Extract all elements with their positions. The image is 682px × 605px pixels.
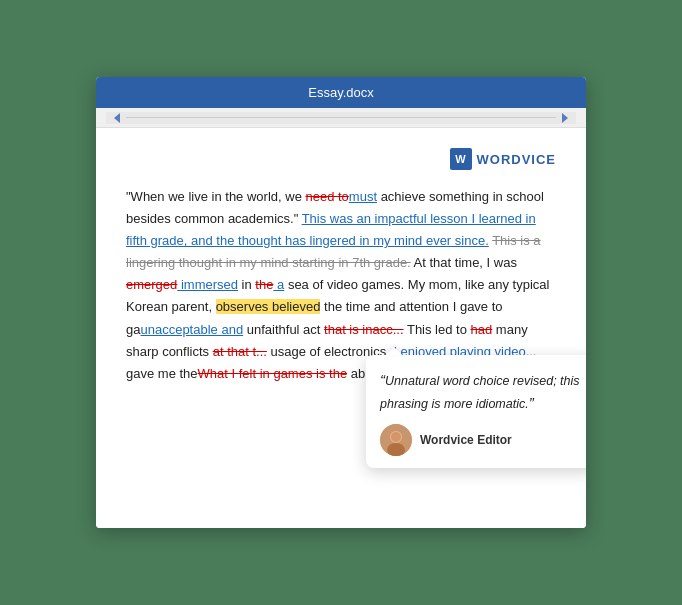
- document-window: Essay.docx W WORDVICE "When we live in t…: [96, 77, 586, 528]
- essay-in: in: [238, 277, 255, 292]
- essay-this-led: This led to: [404, 322, 471, 337]
- strikethrough-at-that: at that t...: [213, 344, 267, 359]
- ruler-left-arrow: [114, 113, 120, 123]
- tooltip-arrow: [386, 347, 402, 355]
- editor-name: Wordvice Editor: [420, 433, 512, 447]
- underline-unacceptable[interactable]: unacceptable and: [140, 322, 243, 337]
- essay-unfaithful: unfaithful act: [243, 322, 324, 337]
- tooltip-box: Unnatural word choice revised; this phra…: [366, 355, 586, 468]
- ruler-inner: [106, 112, 576, 124]
- title-bar: Essay.docx: [96, 77, 586, 108]
- ruler-line: [126, 117, 556, 118]
- wordvice-text: WORDVICE: [477, 152, 557, 167]
- svg-point-3: [391, 432, 401, 442]
- avatar-svg: [380, 424, 412, 456]
- document-title: Essay.docx: [308, 85, 374, 100]
- inserted-immersed: immersed: [177, 277, 238, 292]
- strikethrough-emerged: emerged: [126, 277, 177, 292]
- ruler: [96, 108, 586, 128]
- essay-gave: gave me the: [126, 366, 198, 381]
- editor-avatar: [380, 424, 412, 456]
- highlight-observes-believed: observes believed: [216, 299, 321, 314]
- strikethrough-the: the: [255, 277, 273, 292]
- inserted-a: a: [273, 277, 284, 292]
- strikethrough-what-felt: What I felt in games is the: [198, 366, 348, 381]
- wordvice-icon: W: [450, 148, 472, 170]
- tooltip-quote-text: Unnatural word choice revised; this phra…: [380, 369, 582, 414]
- wordvice-logo: W WORDVICE: [126, 148, 556, 170]
- essay-at-that-time: At that time, I was: [411, 255, 517, 270]
- tooltip-author-row: Wordvice Editor: [380, 424, 582, 456]
- ruler-right-arrow: [562, 113, 568, 123]
- essay-opening: "When we live in the world, we: [126, 189, 305, 204]
- inserted-must: must: [349, 189, 377, 204]
- strikethrough-inac: that is inacc...: [324, 322, 403, 337]
- strikethrough-had: had: [471, 322, 493, 337]
- document-content: W WORDVICE "When we live in the world, w…: [96, 128, 586, 528]
- strikethrough-need-to: need to: [305, 189, 348, 204]
